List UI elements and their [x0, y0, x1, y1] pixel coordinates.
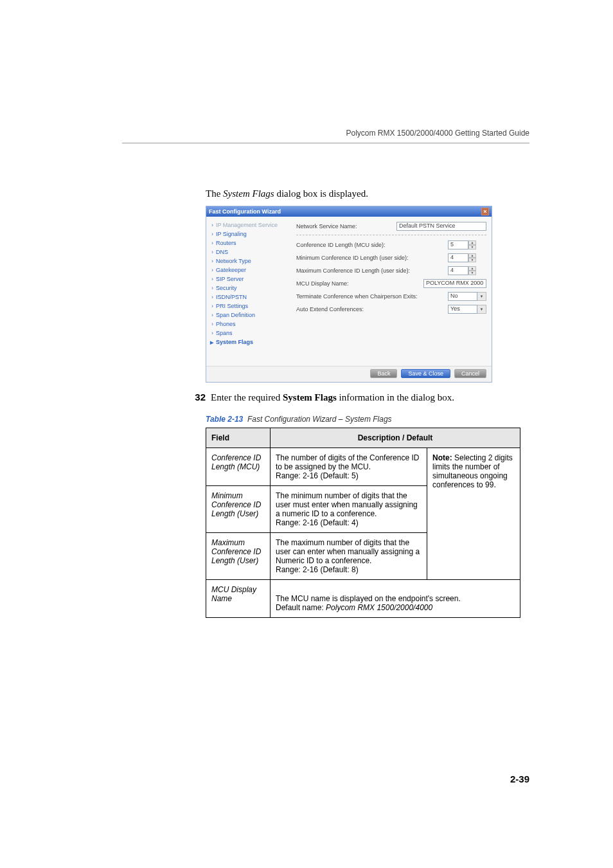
terminate-dropdown[interactable]: No ▼: [448, 292, 486, 301]
note-cell: Note: Selecting 2 digits limits the numb…: [427, 448, 520, 580]
wizard-dialog: Fast Configuration Wizard × IP Managemen…: [206, 206, 492, 383]
th-field: Field: [206, 428, 271, 448]
note-bold: Note:: [432, 453, 452, 462]
table-number: Table 2-13: [206, 415, 243, 424]
r1-desc: The number of digits of the Conference I…: [271, 448, 427, 486]
min-conf-len-label: Minimum Conference ID Length (user side)…: [296, 255, 448, 261]
r4-desc-italic: Polycom RMX 1500/2000/4000: [326, 603, 432, 612]
page-number: 2-39: [510, 773, 529, 784]
nav-isdn-pstn[interactable]: ISDN/PSTN: [209, 293, 287, 302]
nav-span-definition[interactable]: Span Definition: [209, 311, 287, 320]
wizard-nav: IP Management Service IP Signaling Route…: [206, 217, 290, 366]
net-service-label: Network Service Name:: [296, 223, 396, 230]
chevron-up-icon[interactable]: ▲: [468, 253, 476, 258]
mcu-display-input[interactable]: POLYCOM RMX 2000: [423, 279, 486, 288]
nav-system-flags[interactable]: System Flags: [209, 338, 287, 347]
chevron-down-icon[interactable]: ▼: [468, 271, 476, 275]
save-close-button[interactable]: Save & Close: [401, 369, 450, 378]
nav-security[interactable]: Security: [209, 284, 287, 293]
auto-extend-value: Yes: [448, 305, 477, 314]
conf-id-len-label: Conference ID Length (MCU side):: [296, 242, 448, 248]
chevron-up-icon[interactable]: ▲: [468, 266, 476, 271]
r3-field: Maximum Conference ID Length (User): [206, 533, 271, 580]
nav-phones[interactable]: Phones: [209, 320, 287, 329]
nav-spans[interactable]: Spans: [209, 329, 287, 338]
chevron-up-icon[interactable]: ▲: [468, 240, 476, 245]
r3-desc: The maximum number of digits that the us…: [271, 533, 427, 580]
nav-sip-server[interactable]: SIP Server: [209, 275, 287, 284]
step-pre: Enter the required: [211, 392, 283, 402]
chevron-down-icon[interactable]: ▼: [468, 258, 476, 262]
r4-field: MCU Display Name: [206, 580, 271, 618]
nav-gatekeeper[interactable]: Gatekeeper: [209, 266, 287, 275]
auto-extend-label: Auto Extend Conferences:: [296, 306, 448, 312]
nav-ip-signaling[interactable]: IP Signaling: [209, 230, 287, 239]
wizard-title-text: Fast Configuration Wizard: [209, 208, 281, 215]
cancel-button[interactable]: Cancel: [454, 369, 486, 378]
max-conf-len-value[interactable]: 4: [448, 266, 468, 275]
chevron-down-icon[interactable]: ▼: [468, 245, 476, 249]
back-button[interactable]: Back: [370, 369, 397, 378]
page-header: Polycom RMX 1500/2000/4000 Getting Start…: [122, 129, 529, 143]
system-flags-table: Field Description / Default Conference I…: [206, 428, 520, 618]
wizard-titlebar: Fast Configuration Wizard ×: [206, 206, 492, 217]
conf-id-len-value[interactable]: 5: [448, 240, 468, 249]
step-32: 32 Enter the required System Flags infor…: [186, 392, 529, 403]
conf-id-len-spinner[interactable]: 5 ▲▼: [448, 240, 486, 249]
chevron-down-icon[interactable]: ▼: [477, 305, 486, 314]
step-post: information in the dialog box.: [337, 392, 454, 402]
nav-network-type[interactable]: Network Type: [209, 257, 287, 266]
nav-pri-settings[interactable]: PRI Settings: [209, 302, 287, 311]
intro-prefix: The: [206, 188, 223, 199]
r4-desc: The MCU name is displayed on the endpoin…: [271, 580, 520, 618]
table-title: Fast Configuration Wizard – System Flags: [247, 415, 392, 424]
r2-field: Minimum Conference ID Length (User): [206, 486, 271, 533]
r1-field: Conference ID Length (MCU): [206, 448, 271, 486]
r2-desc: The minimum number of digits that the us…: [271, 486, 427, 533]
wizard-footer: Back Save & Close Cancel: [206, 366, 492, 382]
terminate-label: Terminate Conference when Chairperson Ex…: [296, 293, 448, 300]
divider: [296, 235, 486, 235]
max-conf-len-spinner[interactable]: 4 ▲▼: [448, 266, 486, 275]
th-description: Description / Default: [271, 428, 520, 448]
intro-italic: System Flags: [223, 188, 274, 199]
nav-routers[interactable]: Routers: [209, 239, 287, 248]
intro-text: The System Flags dialog box is displayed…: [206, 188, 529, 199]
chevron-down-icon[interactable]: ▼: [477, 292, 486, 301]
auto-extend-dropdown[interactable]: Yes ▼: [448, 305, 486, 314]
nav-ip-management[interactable]: IP Management Service: [209, 221, 287, 230]
table-caption: Table 2-13 Fast Configuration Wizard – S…: [206, 415, 529, 424]
intro-suffix: dialog box is displayed.: [274, 188, 368, 199]
net-service-input[interactable]: Default PSTN Service: [396, 222, 486, 231]
nav-dns[interactable]: DNS: [209, 248, 287, 257]
step-number: 32: [186, 392, 206, 402]
terminate-value: No: [448, 292, 477, 301]
close-icon[interactable]: ×: [481, 208, 489, 215]
min-conf-len-value[interactable]: 4: [448, 253, 468, 262]
wizard-form: Network Service Name: Default PSTN Servi…: [290, 217, 492, 366]
step-bold: System Flags: [283, 392, 337, 402]
max-conf-len-label: Maximum Conference ID Length (user side)…: [296, 267, 448, 274]
mcu-display-label: MCU Display Name:: [296, 280, 423, 287]
min-conf-len-spinner[interactable]: 4 ▲▼: [448, 253, 486, 262]
